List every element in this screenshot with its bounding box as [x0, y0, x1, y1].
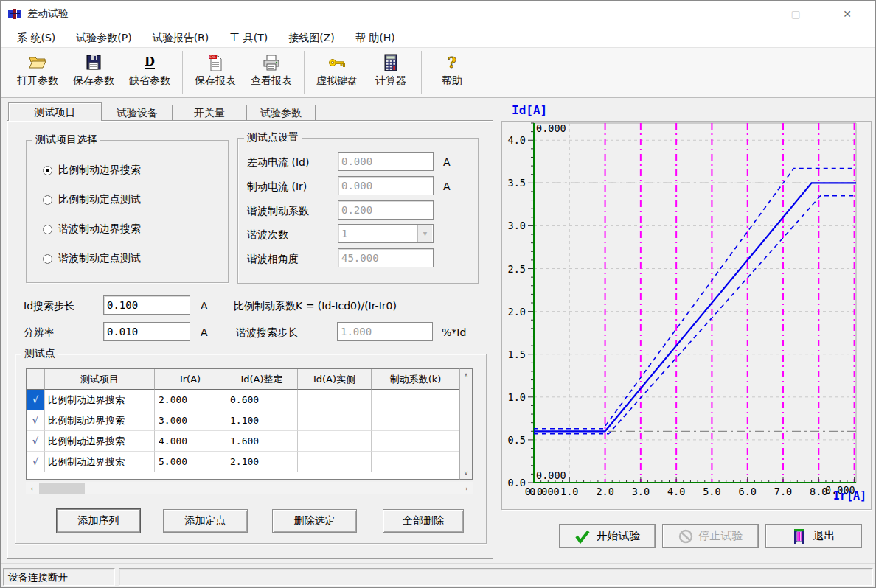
table-row[interactable]: √ 比例制动边界搜索 2.000 0.600 [27, 390, 472, 410]
table-row[interactable]: √ 比例制动边界搜索 5.000 2.100 [27, 452, 472, 472]
test-points-group: 测试点 测试项目 Ir(A) Id(A)整定 Id(A)实侧 制动系数(k) √… [15, 354, 487, 544]
group-title: 测试点 [21, 347, 58, 360]
close-icon[interactable]: ✕ [831, 4, 863, 24]
view-report-button[interactable]: 查看报表 [243, 48, 299, 97]
test-points-table[interactable]: 测试项目 Ir(A) Id(A)整定 Id(A)实侧 制动系数(k) √ 比例制… [26, 368, 473, 480]
tab-test-params[interactable]: 试验参数 [246, 105, 316, 121]
svg-text:1.5: 1.5 [508, 349, 526, 360]
app-window: 差动试验 — ▢ ✕ 系 统(S) 试验参数(P) 试验报告(R) 工 具(T)… [0, 0, 876, 588]
header-id-set: Id(A)整定 [226, 369, 298, 390]
toolbar-separator [304, 51, 305, 94]
start-test-button[interactable]: 开始试验 [559, 524, 656, 548]
table-horizontal-scrollbar[interactable]: ‹ › [26, 482, 473, 494]
diff-current-input[interactable]: 0.000 [338, 152, 434, 171]
svg-text:0.5: 0.5 [508, 434, 526, 446]
open-params-button[interactable]: 打开参数 [10, 48, 66, 97]
add-sequence-button[interactable]: 添加序列 [57, 509, 140, 533]
field-label: 谐波次数 [247, 228, 288, 242]
menu-help[interactable]: 帮 助(H) [345, 28, 406, 47]
row-check-icon[interactable]: √ [27, 390, 45, 410]
brake-current-input[interactable]: 0.000 [338, 176, 434, 195]
scroll-up-icon[interactable]: ∧ [460, 369, 472, 381]
scrollbar-thumb[interactable] [39, 483, 85, 494]
row-check-icon[interactable]: √ [27, 431, 45, 452]
toolbar-label: 打开参数 [17, 74, 58, 88]
radio-harmonic-brake-boundary-search[interactable]: 谐波制动边界搜索 [43, 222, 141, 237]
radio-icon [43, 254, 52, 264]
menu-bar: 系 统(S) 试验参数(P) 试验报告(R) 工 具(T) 接线图(Z) 帮 助… [1, 27, 875, 48]
svg-text:2.5: 2.5 [508, 263, 526, 275]
scroll-right-icon[interactable]: › [461, 483, 473, 494]
menu-system[interactable]: 系 统(S) [7, 28, 66, 47]
report-file-icon: EXL [206, 52, 224, 74]
table-row[interactable]: √ 比例制动边界搜索 3.000 1.100 [27, 410, 472, 431]
svg-text:4.0: 4.0 [508, 134, 526, 146]
calculator-button[interactable]: 计算器 [365, 48, 417, 97]
row-check-icon[interactable]: √ [27, 452, 45, 472]
resolution-label: 分辨率 [24, 326, 55, 340]
svg-text:0.000: 0.000 [529, 486, 560, 497]
resolution-input[interactable]: 0.010 [103, 322, 190, 341]
cell-id-actual [298, 390, 372, 410]
scroll-down-icon[interactable]: ∨ [460, 467, 472, 479]
start-test-label: 开始试验 [597, 529, 641, 543]
cell-k [372, 390, 460, 410]
harmonic-step-label: 谐波搜索步长 [236, 326, 298, 340]
harmonic-brake-coeff-input[interactable]: 0.200 [338, 200, 434, 220]
radio-harmonic-brake-fixed-point-test[interactable]: 谐波制动定点测试 [43, 251, 141, 266]
test-items-tab-page: 测试项目选择 比例制动边界搜索 比例制动定点测试 谐波制动边界搜索 谐波制动定点… [7, 120, 493, 559]
default-params-button[interactable]: D 缺省参数 [122, 48, 178, 97]
svg-text:3.5: 3.5 [508, 177, 526, 189]
default-d-icon: D [142, 52, 158, 74]
radio-ratio-brake-boundary-search[interactable]: 比例制动边界搜索 [43, 163, 141, 178]
chevron-down-icon[interactable]: ▼ [417, 225, 432, 242]
delete-all-button[interactable]: 全部删除 [383, 509, 464, 533]
tab-test-items[interactable]: 测试项目 [8, 102, 102, 121]
tab-switch-input[interactable]: 开关量 [173, 105, 246, 121]
menu-wiring-diagram[interactable]: 接线图(Z) [278, 28, 345, 47]
menu-test-report[interactable]: 试验报告(R) [142, 28, 220, 47]
harmonic-phase-input[interactable]: 45.000 [338, 248, 434, 267]
save-params-button[interactable]: 保存参数 [66, 48, 122, 97]
svg-text:2.0: 2.0 [508, 306, 526, 318]
printer-icon [262, 52, 281, 74]
row-check-icon[interactable]: √ [27, 410, 45, 431]
chart-y-axis-label: Id[A] [512, 103, 547, 117]
header-item: 测试项目 [45, 369, 155, 390]
radio-ratio-brake-fixed-point-test[interactable]: 比例制动定点测试 [43, 192, 141, 207]
toolbar-separator [421, 51, 422, 94]
minimize-icon[interactable]: — [728, 4, 760, 24]
virtual-keyboard-button[interactable]: 虚拟键盘 [309, 48, 365, 97]
combo-value: 1 [341, 228, 347, 239]
radio-icon [43, 195, 52, 205]
id-step-label: Id搜索步长 [24, 300, 74, 313]
status-bar: 设备连接断开 [1, 563, 875, 588]
toolbar-label: 保存参数 [73, 74, 114, 88]
add-point-button[interactable]: 添加定点 [163, 509, 248, 533]
scroll-left-icon[interactable]: ‹ [26, 483, 38, 494]
group-title: 测试点设置 [244, 131, 302, 144]
help-button[interactable]: ? 帮助 [426, 48, 478, 97]
id-search-step-input[interactable]: 0.100 [103, 295, 190, 315]
save-report-button[interactable]: EXL 保存报表 [187, 48, 243, 97]
cell-k [372, 431, 460, 452]
toolbar-label: 计算器 [375, 74, 406, 88]
field-label: 制动电流 (Ir) [247, 181, 307, 194]
delete-selected-button[interactable]: 删除选定 [272, 509, 357, 533]
stop-test-button[interactable]: 停止试验 [662, 524, 759, 548]
calculator-icon [383, 52, 398, 74]
menu-tools[interactable]: 工 具(T) [219, 28, 278, 47]
table-row[interactable]: √ 比例制动边界搜索 4.000 1.600 [27, 431, 472, 452]
maximize-icon[interactable]: ▢ [779, 4, 812, 24]
header-id-actual: Id(A)实侧 [298, 369, 372, 390]
exit-button[interactable]: 退出 [765, 524, 862, 548]
svg-text:EXL: EXL [209, 55, 216, 59]
test-item-select-group: 测试项目选择 比例制动边界搜索 比例制动定点测试 谐波制动边界搜索 谐波制动定点… [26, 140, 229, 283]
tab-test-device[interactable]: 试验设备 [102, 105, 173, 121]
header-k: 制动系数(k) [372, 369, 460, 390]
table-vertical-scrollbar[interactable]: ∧ ∨ [459, 368, 473, 480]
menu-test-params[interactable]: 试验参数(P) [66, 28, 142, 47]
harmonic-search-step-input[interactable]: 1.000 [337, 322, 433, 341]
svg-text:3.0: 3.0 [508, 220, 526, 231]
harmonic-order-select[interactable]: 1 ▼ [338, 224, 434, 243]
